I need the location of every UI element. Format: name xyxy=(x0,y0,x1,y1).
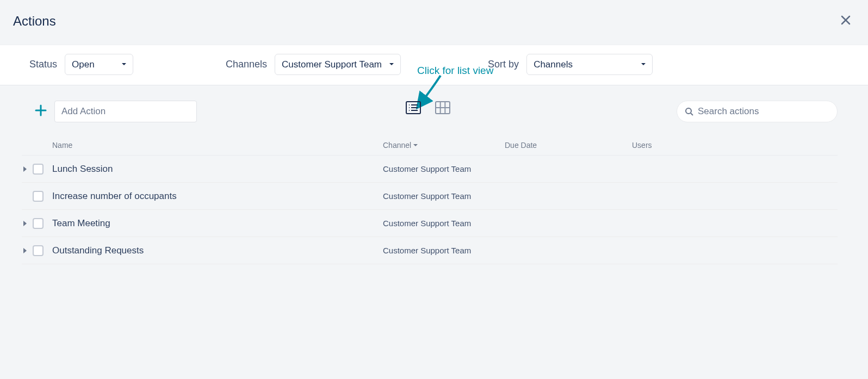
table-row: Increase number of occupantsCustomer Sup… xyxy=(22,183,838,210)
caret-right-icon xyxy=(23,166,27,172)
table-row: Lunch SessionCustomer Support Team xyxy=(22,156,838,183)
cell-name[interactable]: Lunch Session xyxy=(52,164,383,175)
table-row: Team MeetingCustomer Support Team xyxy=(22,210,838,237)
column-name[interactable]: Name xyxy=(52,141,383,150)
table-row: Outstanding RequestsCustomer Support Tea… xyxy=(22,237,838,264)
cell-channel: Customer Support Team xyxy=(383,191,505,201)
table-header: Name Channel Due Date Users xyxy=(22,141,838,156)
actions-table: Name Channel Due Date Users Lunch Sessio… xyxy=(0,130,868,264)
close-icon xyxy=(841,15,851,25)
plus-icon xyxy=(35,104,47,116)
status-label: Status xyxy=(29,59,57,70)
cell-name[interactable]: Increase number of occupants xyxy=(52,191,383,202)
svg-point-15 xyxy=(686,108,691,114)
grid-view-button[interactable] xyxy=(435,101,451,115)
cell-channel: Customer Support Team xyxy=(383,164,505,173)
row-checkbox[interactable] xyxy=(33,218,44,229)
search-icon xyxy=(685,107,693,116)
search-input[interactable] xyxy=(698,106,829,117)
filter-group-status: Status Open xyxy=(29,54,133,75)
caret-right-icon xyxy=(23,248,27,253)
add-action-group xyxy=(35,101,197,122)
list-view-button[interactable] xyxy=(405,101,421,115)
filter-group-channels: Channels Customer Support Team xyxy=(226,54,401,75)
channels-label: Channels xyxy=(226,59,267,70)
caret-right-icon xyxy=(23,221,27,226)
row-checkbox[interactable] xyxy=(33,245,44,256)
row-checkbox[interactable] xyxy=(33,191,44,202)
sort-select-wrap: Channels xyxy=(526,54,653,75)
close-button[interactable] xyxy=(836,12,855,30)
cell-channel: Customer Support Team xyxy=(383,246,505,255)
row-expander[interactable] xyxy=(22,166,28,172)
list-view-hint: Click for list view xyxy=(417,65,493,77)
cell-name[interactable]: Outstanding Requests xyxy=(52,245,383,256)
grid-icon xyxy=(435,101,450,114)
column-due-date[interactable]: Due Date xyxy=(505,141,632,150)
row-expander[interactable] xyxy=(22,248,28,253)
search-wrap xyxy=(677,101,838,122)
column-channel[interactable]: Channel xyxy=(383,141,505,150)
list-icon xyxy=(406,101,421,114)
channels-select[interactable]: Customer Support Team xyxy=(275,54,400,74)
add-action-button[interactable] xyxy=(35,104,47,119)
add-action-input[interactable] xyxy=(54,101,197,122)
cell-name[interactable]: Team Meeting xyxy=(52,218,383,229)
table-body: Lunch SessionCustomer Support TeamIncrea… xyxy=(22,156,838,264)
cell-channel: Customer Support Team xyxy=(383,219,505,228)
svg-line-16 xyxy=(691,113,693,115)
channels-select-wrap: Customer Support Team xyxy=(275,54,401,75)
column-channel-label: Channel xyxy=(383,141,411,150)
status-select-wrap: Open xyxy=(65,54,133,75)
page-title: Actions xyxy=(13,14,56,29)
sort-select[interactable]: Channels xyxy=(527,54,652,74)
row-expander[interactable] xyxy=(22,221,28,226)
status-select[interactable]: Open xyxy=(65,54,133,74)
row-checkbox[interactable] xyxy=(33,164,44,175)
modal-header: Actions xyxy=(0,0,868,45)
column-users[interactable]: Users xyxy=(632,141,838,150)
sort-desc-icon xyxy=(413,143,418,147)
view-toggle xyxy=(405,101,451,115)
filter-group-sort: Sort by Channels xyxy=(488,54,653,75)
toolbar xyxy=(0,85,868,130)
content-area: Click for list view xyxy=(0,85,868,264)
